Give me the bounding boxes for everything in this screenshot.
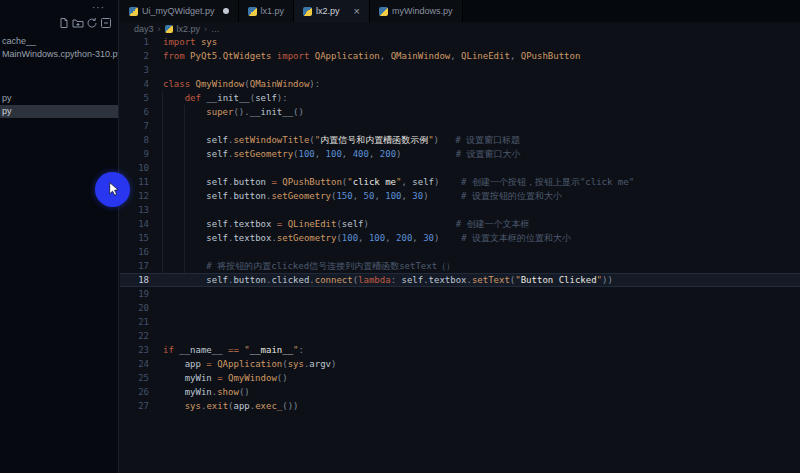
line-number: 10 [120, 161, 149, 175]
code-line[interactable]: 5 def __init__(self): [120, 91, 800, 105]
code-text [149, 203, 163, 217]
modified-dot-icon[interactable] [223, 8, 229, 14]
code-text: self.button.clicked.connect(lambda: self… [149, 273, 613, 287]
tab-label: lx1.py [261, 6, 285, 16]
code-text [149, 287, 163, 301]
code-text [149, 315, 163, 329]
code-line[interactable]: 7 [120, 119, 800, 133]
code-lines: 1import sys2from PyQt5.QtWidgets import … [120, 35, 800, 413]
line-number: 8 [120, 133, 149, 147]
code-line[interactable]: 11 self.button = QPushButton("click me",… [120, 175, 800, 189]
close-tab-icon[interactable]: × [354, 7, 360, 16]
breadcrumb-symbol-tail[interactable]: … [211, 24, 220, 34]
code-text: myWin.show() [149, 385, 250, 399]
line-number: 13 [120, 203, 149, 217]
tab-bar: Ui_myQWidget.pylx1.pylx2.py×myWindows.py [120, 0, 800, 22]
code-text: self.button = QPushButton("click me", se… [149, 175, 634, 189]
refresh-explorer-icon[interactable] [86, 17, 98, 29]
breadcrumb-file[interactable]: lx2.py [177, 24, 201, 34]
code-text [149, 161, 163, 175]
code-line[interactable]: 19 [120, 287, 800, 301]
tab-Ui_myQWidget.py[interactable]: Ui_myQWidget.py [120, 0, 239, 22]
code-text [149, 301, 163, 315]
mouse-cursor-highlight [95, 172, 130, 207]
code-editor[interactable]: 1import sys2from PyQt5.QtWidgets import … [120, 35, 800, 473]
code-line[interactable]: 2from PyQt5.QtWidgets import QApplicatio… [120, 49, 800, 63]
code-line[interactable]: 4class QmyWindow(QMainWindow): [120, 77, 800, 91]
code-text [149, 63, 163, 77]
code-line[interactable]: 10 [120, 161, 800, 175]
tab-lx2.py[interactable]: lx2.py× [294, 0, 370, 22]
code-text: def __init__(self): [149, 91, 288, 105]
line-number: 16 [120, 245, 149, 259]
tab-myWindows.py[interactable]: myWindows.py [370, 0, 463, 22]
code-line[interactable]: 6 super().__init__() [120, 105, 800, 119]
code-text: if __name__ == "__main__": [149, 343, 304, 357]
python-file-icon [379, 7, 388, 16]
line-number: 9 [120, 147, 149, 161]
code-line[interactable]: 16 [120, 245, 800, 259]
line-number: 24 [120, 357, 149, 371]
code-line[interactable]: 8 self.setWindowTitle("内置信号和内置槽函数示例") # … [120, 133, 800, 147]
explorer-more-actions-icon[interactable]: ··· [92, 3, 105, 13]
code-line[interactable]: 1import sys [120, 35, 800, 49]
collapse-folders-icon[interactable] [100, 17, 112, 29]
line-number: 21 [120, 315, 149, 329]
code-text: self.textbox = QLineEdit(self) # 创建一个文本框 [149, 217, 530, 231]
code-text: self.setGeometry(100, 100, 400, 200) # 设… [149, 147, 521, 161]
python-file-icon [303, 7, 312, 16]
line-number: 1 [120, 35, 149, 49]
code-text: self.button.setGeometry(150, 50, 100, 30… [149, 189, 562, 203]
python-file-icon [248, 7, 257, 16]
code-line[interactable]: 13 [120, 203, 800, 217]
code-text: self.textbox.setGeometry(100, 100, 200, … [149, 231, 571, 245]
breadcrumb-folder[interactable]: day3 [134, 24, 154, 34]
code-text: sys.exit(app.exec_()) [149, 399, 299, 413]
code-line[interactable]: 21 [120, 315, 800, 329]
line-number: 22 [120, 329, 149, 343]
code-line[interactable]: 15 self.textbox.setGeometry(100, 100, 20… [120, 231, 800, 245]
code-line[interactable]: 18 self.button.clicked.connect(lambda: s… [120, 273, 800, 287]
code-text: self.setWindowTitle("内置信号和内置槽函数示例") # 设置… [149, 133, 520, 147]
breadcrumb: day3 › lx2.py › … [120, 22, 800, 35]
code-line[interactable]: 14 self.textbox = QLineEdit(self) # 创建一个… [120, 217, 800, 231]
breadcrumb-separator: › [158, 24, 161, 34]
code-line[interactable]: 17 # 将按钮的内置clicked信号连接到内置槽函数setText（） [120, 259, 800, 273]
code-line[interactable]: 23if __name__ == "__main__": [120, 343, 800, 357]
line-number: 17 [120, 259, 149, 273]
code-text: class QmyWindow(QMainWindow): [149, 77, 320, 91]
file-explorer-sidebar: ··· cache__Mai [0, 0, 119, 473]
line-number: 6 [120, 105, 149, 119]
file-list-item[interactable]: cache__ [0, 35, 118, 48]
code-line[interactable]: 25 myWin = QmyWindow() [120, 371, 800, 385]
new-folder-icon[interactable] [72, 17, 84, 29]
code-line[interactable]: 12 self.button.setGeometry(150, 50, 100,… [120, 189, 800, 203]
new-file-icon[interactable] [58, 17, 70, 29]
code-line[interactable]: 3 [120, 63, 800, 77]
code-line[interactable]: 20 [120, 301, 800, 315]
mouse-pointer-icon [108, 182, 120, 196]
line-number: 25 [120, 371, 149, 385]
code-text [149, 329, 163, 343]
code-text: # 将按钮的内置clicked信号连接到内置槽函数setText（） [149, 259, 455, 273]
python-file-icon [129, 7, 138, 16]
line-number: 23 [120, 343, 149, 357]
file-list: cache__MainWindows.cpython-310.pycpypy [0, 35, 118, 118]
line-number: 15 [120, 231, 149, 245]
code-line[interactable]: 26 myWin.show() [120, 385, 800, 399]
code-line[interactable]: 27 sys.exit(app.exec_()) [120, 399, 800, 413]
line-number: 7 [120, 119, 149, 133]
code-line[interactable]: 22 [120, 329, 800, 343]
code-line[interactable]: 9 self.setGeometry(100, 100, 400, 200) #… [120, 147, 800, 161]
file-list-item[interactable]: py [0, 92, 118, 105]
code-line[interactable]: 24 app = QApplication(sys.argv) [120, 357, 800, 371]
code-text: app = QApplication(sys.argv) [149, 357, 336, 371]
tab-lx1.py[interactable]: lx1.py [239, 0, 295, 22]
file-list-item[interactable]: MainWindows.cpython-310.pyc [0, 48, 118, 61]
line-number: 20 [120, 301, 149, 315]
line-number: 19 [120, 287, 149, 301]
file-list-item[interactable]: py [0, 105, 118, 118]
breadcrumb-separator: › [204, 24, 207, 34]
tab-label: myWindows.py [392, 6, 453, 16]
code-editor-window: ··· cache__Mai [0, 0, 800, 473]
